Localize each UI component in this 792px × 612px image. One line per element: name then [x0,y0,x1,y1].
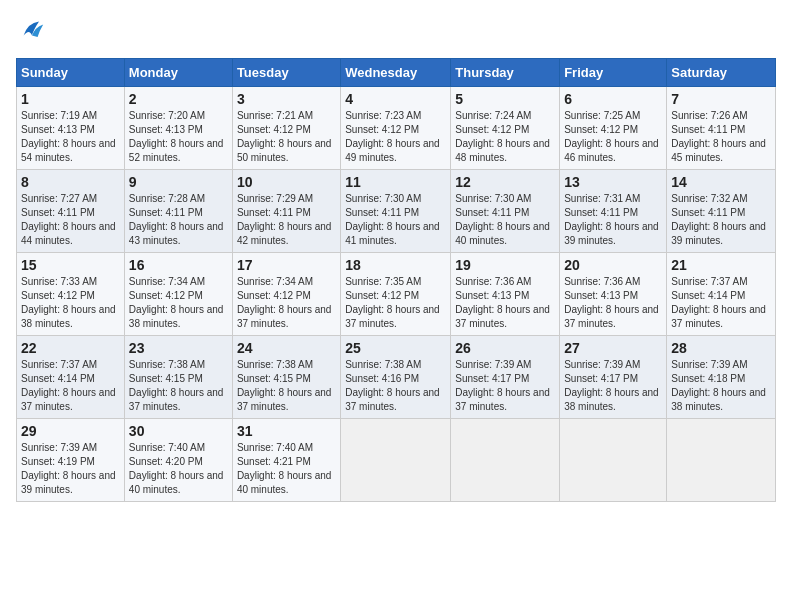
day-info: Sunrise: 7:33 AMSunset: 4:12 PMDaylight:… [21,276,116,329]
calendar-cell: 8Sunrise: 7:27 AMSunset: 4:11 PMDaylight… [17,170,125,253]
calendar-cell: 14Sunrise: 7:32 AMSunset: 4:11 PMDayligh… [667,170,776,253]
day-number: 23 [129,340,228,356]
day-number: 30 [129,423,228,439]
day-info: Sunrise: 7:39 AMSunset: 4:18 PMDaylight:… [671,359,766,412]
day-number: 27 [564,340,662,356]
weekday-header-friday: Friday [560,59,667,87]
day-info: Sunrise: 7:30 AMSunset: 4:11 PMDaylight:… [455,193,550,246]
day-number: 21 [671,257,771,273]
weekday-header-monday: Monday [124,59,232,87]
calendar-cell: 16Sunrise: 7:34 AMSunset: 4:12 PMDayligh… [124,253,232,336]
day-number: 29 [21,423,120,439]
day-number: 10 [237,174,336,190]
weekday-header-sunday: Sunday [17,59,125,87]
day-info: Sunrise: 7:25 AMSunset: 4:12 PMDaylight:… [564,110,659,163]
day-number: 31 [237,423,336,439]
calendar-cell: 28Sunrise: 7:39 AMSunset: 4:18 PMDayligh… [667,336,776,419]
day-number: 5 [455,91,555,107]
calendar-cell: 11Sunrise: 7:30 AMSunset: 4:11 PMDayligh… [341,170,451,253]
calendar-cell: 26Sunrise: 7:39 AMSunset: 4:17 PMDayligh… [451,336,560,419]
day-info: Sunrise: 7:19 AMSunset: 4:13 PMDaylight:… [21,110,116,163]
day-number: 22 [21,340,120,356]
day-number: 20 [564,257,662,273]
day-number: 18 [345,257,446,273]
day-number: 8 [21,174,120,190]
page-header [16,16,776,48]
day-number: 13 [564,174,662,190]
day-number: 9 [129,174,228,190]
calendar-cell: 21Sunrise: 7:37 AMSunset: 4:14 PMDayligh… [667,253,776,336]
calendar-cell: 9Sunrise: 7:28 AMSunset: 4:11 PMDaylight… [124,170,232,253]
day-number: 17 [237,257,336,273]
day-number: 28 [671,340,771,356]
calendar-week-4: 22Sunrise: 7:37 AMSunset: 4:14 PMDayligh… [17,336,776,419]
day-info: Sunrise: 7:23 AMSunset: 4:12 PMDaylight:… [345,110,440,163]
day-info: Sunrise: 7:30 AMSunset: 4:11 PMDaylight:… [345,193,440,246]
calendar-cell: 10Sunrise: 7:29 AMSunset: 4:11 PMDayligh… [232,170,340,253]
logo-bird-icon [18,16,46,44]
calendar-week-3: 15Sunrise: 7:33 AMSunset: 4:12 PMDayligh… [17,253,776,336]
day-info: Sunrise: 7:34 AMSunset: 4:12 PMDaylight:… [237,276,332,329]
calendar-cell: 12Sunrise: 7:30 AMSunset: 4:11 PMDayligh… [451,170,560,253]
day-number: 19 [455,257,555,273]
day-info: Sunrise: 7:34 AMSunset: 4:12 PMDaylight:… [129,276,224,329]
day-number: 7 [671,91,771,107]
day-info: Sunrise: 7:27 AMSunset: 4:11 PMDaylight:… [21,193,116,246]
day-info: Sunrise: 7:31 AMSunset: 4:11 PMDaylight:… [564,193,659,246]
day-number: 1 [21,91,120,107]
calendar-cell [667,419,776,502]
calendar-cell: 15Sunrise: 7:33 AMSunset: 4:12 PMDayligh… [17,253,125,336]
day-number: 16 [129,257,228,273]
calendar-cell [451,419,560,502]
day-number: 24 [237,340,336,356]
calendar-week-1: 1Sunrise: 7:19 AMSunset: 4:13 PMDaylight… [17,87,776,170]
day-info: Sunrise: 7:38 AMSunset: 4:16 PMDaylight:… [345,359,440,412]
day-info: Sunrise: 7:37 AMSunset: 4:14 PMDaylight:… [21,359,116,412]
day-number: 25 [345,340,446,356]
day-number: 14 [671,174,771,190]
day-info: Sunrise: 7:24 AMSunset: 4:12 PMDaylight:… [455,110,550,163]
day-number: 26 [455,340,555,356]
calendar-cell: 24Sunrise: 7:38 AMSunset: 4:15 PMDayligh… [232,336,340,419]
day-info: Sunrise: 7:28 AMSunset: 4:11 PMDaylight:… [129,193,224,246]
calendar-cell: 29Sunrise: 7:39 AMSunset: 4:19 PMDayligh… [17,419,125,502]
calendar-cell [341,419,451,502]
calendar-cell: 4Sunrise: 7:23 AMSunset: 4:12 PMDaylight… [341,87,451,170]
calendar-cell [560,419,667,502]
day-number: 2 [129,91,228,107]
day-info: Sunrise: 7:36 AMSunset: 4:13 PMDaylight:… [564,276,659,329]
day-info: Sunrise: 7:39 AMSunset: 4:17 PMDaylight:… [455,359,550,412]
calendar-cell: 5Sunrise: 7:24 AMSunset: 4:12 PMDaylight… [451,87,560,170]
day-number: 11 [345,174,446,190]
calendar-cell: 1Sunrise: 7:19 AMSunset: 4:13 PMDaylight… [17,87,125,170]
day-info: Sunrise: 7:38 AMSunset: 4:15 PMDaylight:… [129,359,224,412]
day-number: 15 [21,257,120,273]
calendar-cell: 7Sunrise: 7:26 AMSunset: 4:11 PMDaylight… [667,87,776,170]
day-info: Sunrise: 7:38 AMSunset: 4:15 PMDaylight:… [237,359,332,412]
calendar-cell: 2Sunrise: 7:20 AMSunset: 4:13 PMDaylight… [124,87,232,170]
calendar-week-5: 29Sunrise: 7:39 AMSunset: 4:19 PMDayligh… [17,419,776,502]
calendar-cell: 13Sunrise: 7:31 AMSunset: 4:11 PMDayligh… [560,170,667,253]
weekday-header-wednesday: Wednesday [341,59,451,87]
day-info: Sunrise: 7:40 AMSunset: 4:21 PMDaylight:… [237,442,332,495]
day-info: Sunrise: 7:21 AMSunset: 4:12 PMDaylight:… [237,110,332,163]
calendar-cell: 6Sunrise: 7:25 AMSunset: 4:12 PMDaylight… [560,87,667,170]
day-number: 3 [237,91,336,107]
day-number: 4 [345,91,446,107]
day-info: Sunrise: 7:40 AMSunset: 4:20 PMDaylight:… [129,442,224,495]
calendar-cell: 31Sunrise: 7:40 AMSunset: 4:21 PMDayligh… [232,419,340,502]
weekday-header-thursday: Thursday [451,59,560,87]
day-info: Sunrise: 7:32 AMSunset: 4:11 PMDaylight:… [671,193,766,246]
day-info: Sunrise: 7:26 AMSunset: 4:11 PMDaylight:… [671,110,766,163]
calendar-cell: 3Sunrise: 7:21 AMSunset: 4:12 PMDaylight… [232,87,340,170]
day-info: Sunrise: 7:20 AMSunset: 4:13 PMDaylight:… [129,110,224,163]
weekday-header-saturday: Saturday [667,59,776,87]
day-info: Sunrise: 7:35 AMSunset: 4:12 PMDaylight:… [345,276,440,329]
calendar-cell: 30Sunrise: 7:40 AMSunset: 4:20 PMDayligh… [124,419,232,502]
day-info: Sunrise: 7:39 AMSunset: 4:17 PMDaylight:… [564,359,659,412]
day-info: Sunrise: 7:29 AMSunset: 4:11 PMDaylight:… [237,193,332,246]
calendar-table: SundayMondayTuesdayWednesdayThursdayFrid… [16,58,776,502]
day-number: 6 [564,91,662,107]
day-info: Sunrise: 7:36 AMSunset: 4:13 PMDaylight:… [455,276,550,329]
calendar-cell: 18Sunrise: 7:35 AMSunset: 4:12 PMDayligh… [341,253,451,336]
